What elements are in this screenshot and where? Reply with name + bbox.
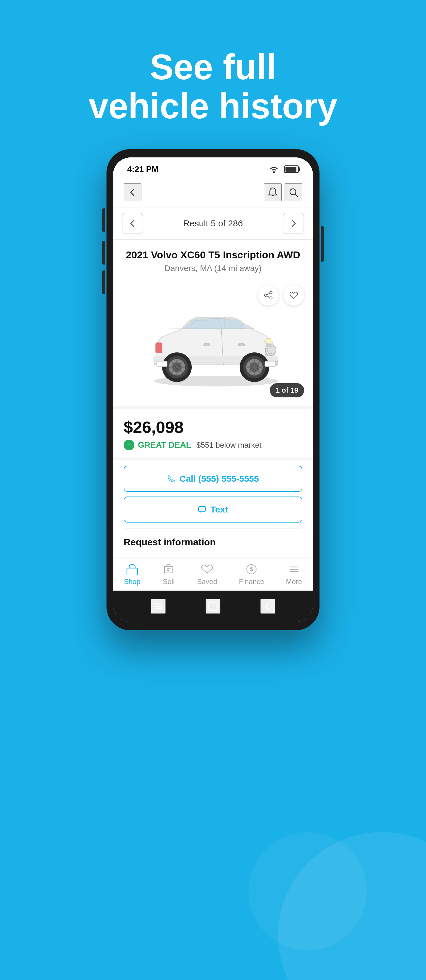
- text-label: Text: [210, 504, 228, 515]
- search-button[interactable]: [285, 183, 302, 201]
- svg-rect-47: [209, 602, 217, 611]
- deal-badge: ↑ GREAT DEAL $551 below market: [124, 440, 302, 450]
- android-back-button[interactable]: [260, 599, 275, 614]
- svg-rect-31: [265, 361, 275, 367]
- share-button[interactable]: [258, 285, 279, 305]
- vehicle-price: $26,098: [124, 417, 302, 437]
- next-result-button[interactable]: [283, 213, 304, 234]
- android-nav-bar: [113, 590, 313, 622]
- svg-rect-33: [238, 344, 245, 346]
- nav-label-sell: Sell: [163, 578, 175, 586]
- nav-item-shop[interactable]: Shop: [124, 563, 140, 586]
- car-action-icons: [258, 285, 304, 305]
- android-home-button[interactable]: [206, 599, 220, 614]
- phone-frame: 4:21 PM: [106, 149, 320, 630]
- svg-point-4: [270, 297, 272, 299]
- cta-section: Call (555) 555-5555 Text Request informa…: [113, 457, 313, 557]
- more-icon: [288, 563, 300, 575]
- svg-text:$: $: [250, 566, 253, 572]
- nav-label-more: More: [286, 578, 302, 586]
- wifi-icon: [269, 165, 279, 173]
- phone-mockup: 4:21 PM: [106, 149, 320, 630]
- nav-item-finance[interactable]: $ Finance: [239, 563, 264, 586]
- svg-rect-35: [199, 507, 206, 511]
- android-recents-button[interactable]: [151, 599, 166, 614]
- header-right-icons: [264, 183, 302, 201]
- nav-item-sell[interactable]: Sell: [162, 563, 175, 586]
- request-info-section: Request information: [124, 528, 302, 551]
- status-time: 4:21 PM: [127, 164, 159, 174]
- call-label: Call (555) 555-5555: [180, 474, 259, 484]
- deal-icon: ↑: [124, 440, 134, 450]
- nav-item-more[interactable]: More: [286, 563, 302, 586]
- battery-icon: [284, 165, 299, 173]
- shop-icon: [126, 563, 139, 575]
- favorite-button[interactable]: [283, 285, 304, 305]
- message-icon: [198, 505, 206, 514]
- status-icons: [269, 165, 299, 173]
- nav-item-saved[interactable]: Saved: [197, 563, 217, 586]
- phone-screen: 4:21 PM: [113, 158, 313, 622]
- svg-rect-34: [203, 344, 210, 346]
- result-count: Result 5 of 286: [183, 218, 243, 228]
- svg-rect-12: [156, 343, 162, 353]
- text-button[interactable]: Text: [124, 496, 302, 523]
- bottom-nav: Shop Sell Saved: [113, 557, 313, 590]
- vehicle-location: Danvers, MA (14 mi away): [124, 264, 302, 273]
- status-bar: 4:21 PM: [113, 158, 313, 179]
- saved-icon: [200, 563, 214, 575]
- svg-rect-36: [127, 568, 138, 575]
- svg-line-6: [267, 296, 270, 298]
- deal-label: GREAT DEAL: [138, 440, 191, 450]
- hero-title: See full vehicle history: [65, 47, 361, 126]
- price-section: $26,098 ↑ GREAT DEAL $551 below market: [113, 406, 313, 457]
- svg-point-0: [273, 171, 275, 173]
- back-button[interactable]: [124, 183, 141, 201]
- request-info-title: Request information: [124, 537, 216, 547]
- sell-icon: [162, 563, 175, 575]
- svg-point-3: [264, 294, 267, 296]
- car-image-section: 1 of 19: [113, 279, 313, 406]
- svg-line-5: [267, 293, 270, 295]
- deal-below-market: $551 below market: [196, 441, 262, 450]
- app-header: [113, 179, 313, 207]
- call-button[interactable]: Call (555) 555-5555: [124, 466, 302, 492]
- svg-rect-32: [157, 361, 167, 367]
- vehicle-info: 2021 Volvo XC60 T5 Inscription AWD Danve…: [113, 240, 313, 279]
- result-nav-bar: Result 5 of 286: [113, 207, 313, 240]
- phone-icon: [167, 475, 175, 483]
- svg-point-2: [270, 291, 272, 294]
- svg-point-1: [290, 189, 296, 195]
- nav-label-finance: Finance: [239, 578, 264, 586]
- nav-label-shop: Shop: [124, 578, 140, 586]
- prev-result-button[interactable]: [122, 213, 143, 234]
- vehicle-title: 2021 Volvo XC60 T5 Inscription AWD: [124, 249, 302, 261]
- image-counter: 1 of 19: [270, 383, 304, 398]
- bell-button[interactable]: [264, 183, 281, 201]
- finance-icon: $: [245, 563, 258, 575]
- nav-label-saved: Saved: [197, 578, 217, 586]
